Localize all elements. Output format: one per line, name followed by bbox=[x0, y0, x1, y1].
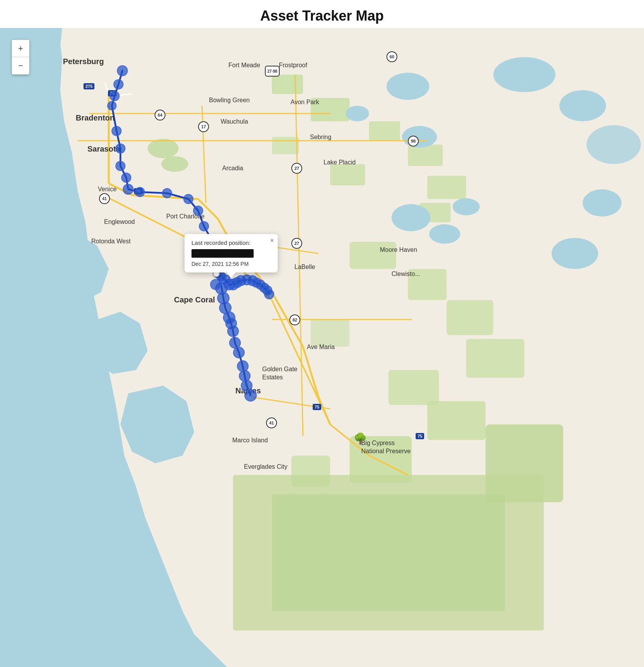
svg-rect-8 bbox=[419, 203, 451, 222]
label-petersburg: Petersburg bbox=[63, 57, 104, 66]
svg-point-32 bbox=[583, 189, 621, 217]
route-dot bbox=[115, 161, 125, 171]
label-clewiston: Clewisto... bbox=[392, 271, 420, 278]
label-bowling-green: Bowling Green bbox=[209, 97, 250, 104]
svg-rect-20 bbox=[291, 456, 330, 487]
route-dot bbox=[225, 318, 237, 329]
route-dot bbox=[229, 337, 241, 349]
svg-rect-6 bbox=[408, 145, 443, 166]
svg-rect-10 bbox=[272, 137, 299, 154]
route-dot bbox=[251, 278, 261, 288]
label-wauchula: Wauchula bbox=[221, 118, 248, 125]
svg-point-25 bbox=[402, 126, 437, 148]
route-dot bbox=[223, 311, 235, 324]
route-dot bbox=[264, 289, 274, 299]
route-dot bbox=[244, 389, 257, 402]
route-dot bbox=[210, 279, 221, 290]
label-labelle: LaBelle bbox=[294, 264, 315, 271]
svg-point-2 bbox=[161, 156, 188, 172]
svg-line-47 bbox=[369, 456, 408, 475]
shield-us27-b: 27 bbox=[291, 238, 302, 249]
map-container: Petersburg Bradenton Sarasota Venice Eng… bbox=[0, 28, 644, 667]
shield-us41: 41 bbox=[99, 193, 110, 204]
svg-rect-0 bbox=[0, 28, 644, 667]
route-dot bbox=[247, 275, 258, 286]
svg-rect-12 bbox=[408, 269, 447, 300]
route-dot bbox=[117, 65, 128, 76]
route-dot bbox=[241, 274, 252, 285]
zoom-out-button[interactable]: − bbox=[12, 57, 29, 74]
label-everglades-city: Everglades City bbox=[244, 463, 287, 470]
svg-rect-22 bbox=[272, 494, 505, 611]
route-dot bbox=[227, 279, 239, 290]
svg-rect-17 bbox=[427, 401, 486, 440]
svg-rect-5 bbox=[369, 121, 400, 141]
route-dot bbox=[255, 279, 265, 290]
route-dot bbox=[115, 143, 125, 154]
label-port-charlotte: Port Charlotte bbox=[166, 213, 205, 220]
svg-point-24 bbox=[346, 106, 369, 121]
route-dot bbox=[231, 277, 242, 288]
route-dot bbox=[183, 194, 193, 204]
shield-us41-s: 41 bbox=[266, 417, 277, 428]
route-dot bbox=[233, 347, 245, 358]
route-dot bbox=[113, 79, 124, 89]
zoom-in-button[interactable]: + bbox=[12, 40, 29, 57]
route-dot bbox=[223, 279, 235, 290]
label-englewood: Englewood bbox=[104, 218, 135, 225]
label-bradenton: Bradenton bbox=[76, 113, 115, 122]
shield-i75-sw: 75 bbox=[416, 433, 424, 439]
svg-point-31 bbox=[587, 125, 641, 164]
label-fort-meade: Fort Meade bbox=[228, 62, 260, 69]
svg-line-35 bbox=[109, 183, 132, 195]
label-moore-haven: Moore Haven bbox=[380, 246, 417, 253]
location-popup: × Last recorded position: Dec 27, 2021 1… bbox=[184, 234, 278, 272]
shield-us64: 64 bbox=[155, 110, 165, 120]
svg-point-30 bbox=[559, 90, 606, 121]
label-avon-park: Avon Park bbox=[291, 99, 319, 106]
shield-us82: 82 bbox=[289, 314, 300, 325]
label-naples: Naples bbox=[235, 386, 261, 395]
page-title: Asset Tracker Map bbox=[0, 0, 644, 28]
route-dot bbox=[217, 292, 230, 304]
label-arcadia: Arcadia bbox=[222, 165, 243, 172]
route-dot bbox=[193, 206, 203, 216]
route-dot bbox=[107, 101, 117, 110]
route-dot bbox=[235, 275, 246, 286]
svg-line-48 bbox=[202, 106, 206, 203]
label-marco-island: Marco Island bbox=[232, 437, 268, 444]
route-dot bbox=[123, 184, 134, 195]
popup-close-button[interactable]: × bbox=[270, 237, 274, 244]
route-dot bbox=[241, 380, 252, 391]
shield-i275: 275 bbox=[84, 83, 94, 89]
shield-i75-cape: 75 bbox=[313, 404, 321, 410]
route-dot bbox=[111, 126, 122, 136]
label-sebring: Sebring bbox=[310, 134, 331, 141]
svg-point-26 bbox=[392, 204, 430, 231]
tree-icon: 🌳 bbox=[353, 432, 367, 445]
svg-point-1 bbox=[148, 139, 179, 158]
svg-line-37 bbox=[198, 199, 218, 218]
route-dot bbox=[262, 285, 272, 295]
shield-us17: 17 bbox=[198, 121, 209, 132]
svg-line-45 bbox=[272, 300, 330, 424]
svg-point-28 bbox=[453, 198, 480, 215]
svg-line-49 bbox=[295, 75, 303, 436]
svg-point-29 bbox=[493, 57, 555, 92]
route-dot bbox=[239, 370, 251, 382]
shield-us27-a: 27 bbox=[291, 163, 302, 174]
route-dot bbox=[162, 188, 172, 198]
label-sarasota: Sarasota bbox=[87, 145, 120, 154]
shield-us60: 60 bbox=[386, 51, 397, 62]
label-cape-coral: Cape Coral bbox=[174, 295, 215, 304]
label-lake-placid: Lake Placid bbox=[324, 159, 356, 166]
svg-point-23 bbox=[386, 73, 429, 100]
route-dot bbox=[215, 282, 228, 295]
route-dot bbox=[219, 302, 231, 314]
route-dot bbox=[121, 173, 131, 183]
svg-rect-13 bbox=[447, 300, 493, 335]
svg-line-41 bbox=[303, 347, 319, 397]
label-rotonda: Rotonda West bbox=[91, 238, 131, 245]
route-dot bbox=[259, 283, 269, 293]
shield-i75-n: 75 bbox=[108, 90, 117, 96]
